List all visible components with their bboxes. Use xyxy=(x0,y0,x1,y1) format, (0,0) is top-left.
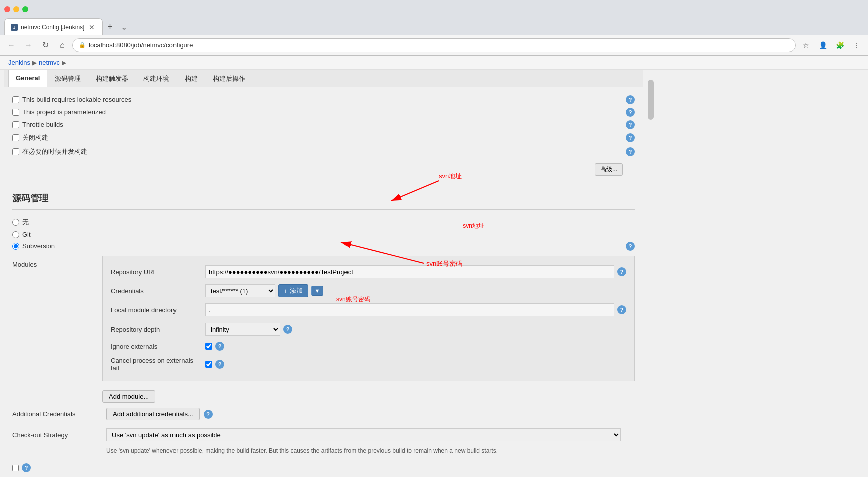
disable-build-label: 关闭构建 xyxy=(22,133,48,142)
ignore-externals-help[interactable]: ? xyxy=(215,342,224,351)
address-text: localhost:8080/job/netmvc/configure xyxy=(89,41,789,49)
svn-credentials-annotation: svn账号密码 xyxy=(336,295,370,304)
depth-select[interactable]: infinity empty files immediates xyxy=(205,323,280,336)
tab-title-label: netmvc Config [Jenkins] xyxy=(21,24,84,31)
depth-help[interactable]: ? xyxy=(283,325,292,334)
disable-build-help[interactable]: ? xyxy=(626,133,635,142)
local-module-help[interactable]: ? xyxy=(617,305,626,314)
add-icon: + xyxy=(284,287,288,295)
cancel-externals-help[interactable]: ? xyxy=(215,360,224,369)
parameterized-label: This project is parameterized xyxy=(22,108,106,116)
throttle-help[interactable]: ? xyxy=(626,120,635,129)
parameterized-help[interactable]: ? xyxy=(626,108,635,117)
cancel-externals-label: Cancel process on externals fail xyxy=(111,357,201,372)
bookmark-btn[interactable]: ☆ xyxy=(799,38,813,52)
lockable-resources-checkbox[interactable] xyxy=(12,96,19,103)
concurrent-build-checkbox[interactable] xyxy=(12,148,19,155)
browser-toolbar: ← → ↻ ⌂ 🔒 localhost:8080/job/netmvc/conf… xyxy=(0,35,868,55)
source-mgmt-title: 源码管理 xyxy=(12,184,635,210)
add-credentials-dropdown[interactable]: ▼ xyxy=(311,286,324,296)
browser-tab-bar: J netmvc Config [Jenkins] ✕ + ⌄ xyxy=(0,18,868,35)
tab-build-triggers[interactable]: 构建触发器 xyxy=(88,70,136,87)
breadcrumb-jenkins[interactable]: Jenkins xyxy=(8,59,30,66)
local-module-input[interactable] xyxy=(205,303,614,316)
radio-svn[interactable] xyxy=(12,243,19,250)
radio-svn-row: Subversion ? xyxy=(12,240,635,252)
back-btn[interactable]: ← xyxy=(4,38,18,52)
lockable-resources-help[interactable]: ? xyxy=(626,95,635,104)
bottom-checkbox-row: ? xyxy=(12,459,635,476)
cancel-externals-row: Cancel process on externals fail ? xyxy=(111,354,626,375)
breadcrumb-netmvc[interactable]: netmvc xyxy=(39,59,60,66)
parameterized-checkbox[interactable] xyxy=(12,109,19,116)
repo-depth-row: Repository depth infinity empty files im… xyxy=(111,320,626,339)
add-module-btn[interactable]: Add module... xyxy=(102,390,155,403)
scrollbar[interactable] xyxy=(647,70,654,477)
refresh-btn[interactable]: ↻ xyxy=(38,38,52,52)
more-btn[interactable]: ⋮ xyxy=(850,38,864,52)
profile-btn[interactable]: 👤 xyxy=(816,38,830,52)
checkout-strategy-row: Check-out Strategy Use 'svn update' as m… xyxy=(12,425,635,444)
ignore-externals-checkbox[interactable] xyxy=(205,343,212,350)
repo-url-input[interactable] xyxy=(205,265,614,278)
disable-build-checkbox[interactable] xyxy=(12,134,19,141)
config-content: This build requires lockable resources ?… xyxy=(4,87,643,477)
cancel-externals-checkbox[interactable] xyxy=(205,361,212,368)
bottom-checkbox[interactable] xyxy=(12,465,19,471)
tab-build-env[interactable]: 构建环境 xyxy=(136,70,177,87)
add-additional-credentials-btn[interactable]: Add additional credentials... xyxy=(106,408,200,420)
advanced-btn[interactable]: 高级... xyxy=(595,163,623,176)
close-window-btn[interactable] xyxy=(4,6,10,12)
minimize-window-btn[interactable] xyxy=(13,6,19,12)
active-browser-tab[interactable]: J netmvc Config [Jenkins] ✕ xyxy=(4,18,103,35)
tab-build[interactable]: 构建 xyxy=(177,70,205,87)
repo-depth-label: Repository depth xyxy=(111,326,201,333)
throttle-row: Throttle builds ? xyxy=(12,118,635,131)
svn-help[interactable]: ? xyxy=(626,242,635,251)
tab-close-btn[interactable]: ✕ xyxy=(87,23,96,32)
radio-none[interactable] xyxy=(12,219,19,226)
scrollbar-thumb[interactable] xyxy=(648,80,654,120)
lockable-resources-label: This build requires lockable resources xyxy=(22,96,131,103)
extensions-btn[interactable]: 🧩 xyxy=(833,38,847,52)
svn-url-annotation: svn地址 xyxy=(463,222,484,230)
credentials-select[interactable]: test/****** (1) xyxy=(205,284,275,297)
tab-overflow-btn[interactable]: ⌄ xyxy=(117,18,131,35)
additional-credentials-help[interactable]: ? xyxy=(204,410,213,419)
tab-post-build[interactable]: 构建后操作 xyxy=(205,70,253,87)
source-management-section: 源码管理 无 Git xyxy=(12,184,635,477)
repo-url-row: Repository URL ? xyxy=(111,262,626,281)
breadcrumb-sep-2: ▶ xyxy=(62,59,66,66)
repo-url-label: Repository URL xyxy=(111,268,201,276)
concurrent-build-row: 在必要的时候并发构建 ? xyxy=(12,145,635,159)
checkout-strategy-select[interactable]: Use 'svn update' as much as possible Alw… xyxy=(106,428,621,441)
tab-favicon: J xyxy=(11,24,18,31)
additional-credentials-label: Additional Credentials xyxy=(12,410,102,418)
modules-section: Modules Repository URL ? xyxy=(12,256,635,403)
home-btn[interactable]: ⌂ xyxy=(55,38,69,52)
tab-general[interactable]: General xyxy=(8,70,47,87)
address-bar[interactable]: 🔒 localhost:8080/job/netmvc/configure xyxy=(72,38,796,52)
radio-git[interactable] xyxy=(12,231,19,238)
maximize-window-btn[interactable] xyxy=(22,6,28,12)
throttle-checkbox[interactable] xyxy=(12,121,19,128)
repo-url-help[interactable]: ? xyxy=(617,267,626,276)
radio-git-row: Git xyxy=(12,229,635,240)
bottom-checkbox-help[interactable]: ? xyxy=(22,463,31,472)
local-module-label: Local module directory xyxy=(111,306,201,314)
forward-btn[interactable]: → xyxy=(21,38,35,52)
tab-source-mgmt[interactable]: 源码管理 xyxy=(47,70,88,87)
modules-label: Modules xyxy=(12,256,102,403)
parameterized-row: This project is parameterized ? xyxy=(12,106,635,118)
lockable-resources-row: This build requires lockable resources ? xyxy=(12,93,635,106)
add-credentials-btn[interactable]: + 添加 xyxy=(278,284,308,297)
add-credentials-label: 添加 xyxy=(290,286,303,295)
concurrent-build-help[interactable]: ? xyxy=(626,147,635,156)
throttle-label: Throttle builds xyxy=(22,121,63,128)
new-tab-btn[interactable]: + xyxy=(103,18,117,35)
breadcrumb-sep-1: ▶ xyxy=(32,59,37,66)
ignore-externals-row: Ignore externals ? xyxy=(111,339,626,354)
radio-none-row: 无 xyxy=(12,216,635,229)
radio-none-label: 无 xyxy=(22,218,29,227)
checkout-desc: Use 'svn update' whenever possible, maki… xyxy=(106,444,635,459)
